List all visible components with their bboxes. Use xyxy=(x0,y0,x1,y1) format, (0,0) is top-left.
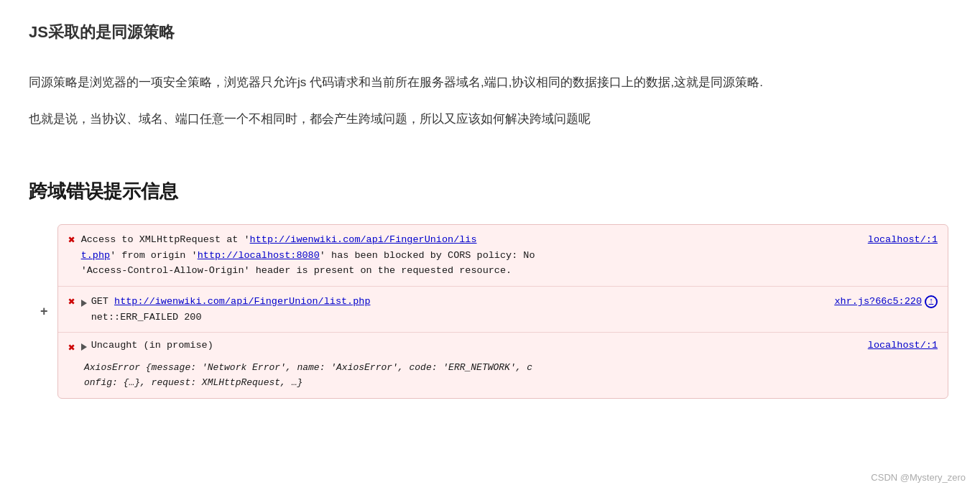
paragraph-2: 也就是说，当协议、域名、端口任意一个不相同时，都会产生跨域问题，所以又应该如何解… xyxy=(29,108,948,131)
error-link-1[interactable]: http://iwenwiki.com/api/FingerUnion/lis xyxy=(250,234,477,245)
paragraph-1: 同源策略是浏览器的一项安全策略，浏览器只允许js 代码请求和当前所在服务器域名,… xyxy=(29,72,948,94)
error-link-2[interactable]: http://iwenwiki.com/api/FingerUnion/list… xyxy=(114,294,370,310)
triangle-icon-2 xyxy=(81,300,87,307)
error-icon-3: ✖ xyxy=(68,341,75,355)
error-right-text-1: localhost/:1 xyxy=(868,232,938,248)
error-row-2: ✖ GET http://iwenwiki.com/api/FingerUnio… xyxy=(58,287,948,333)
error-line-2a: GET http://iwenwiki.com/api/FingerUnion/… xyxy=(81,294,938,310)
error-row-1: ✖ Access to XMLHttpRequest at 'http://iw… xyxy=(58,225,948,287)
error-line-1a: Access to XMLHttpRequest at 'http://iwen… xyxy=(81,232,938,248)
error-text-1: Access to XMLHttpRequest at 'http://iwen… xyxy=(81,232,938,279)
error-right-3[interactable]: localhost/:1 xyxy=(868,340,938,351)
refresh-icon: ↑ xyxy=(925,295,938,308)
error-right-2: xhr.js?66c5:220 ↑ xyxy=(834,294,938,310)
axios-error-line1: AxiosError {message: 'Network Error', na… xyxy=(84,361,532,376)
axios-error-line2: onfig: {…}, request: XMLHttpRequest, …} xyxy=(84,376,532,391)
error-row-3-main: ✖ Uncaught (in promise) localhost/:1 xyxy=(68,340,938,355)
error-line-2b: net::ERR_FAILED 200 xyxy=(81,310,938,325)
error-link-1b[interactable]: t.php xyxy=(81,250,111,261)
error-text-2: GET http://iwenwiki.com/api/FingerUnion/… xyxy=(81,294,938,325)
error-text-3b: AxiosError {message: 'Network Error', na… xyxy=(68,361,532,391)
triangle-icon-3 xyxy=(81,343,87,351)
section-heading: 跨域错误提示信息 xyxy=(29,179,948,210)
intro-title: JS采取的是同源策略 xyxy=(29,22,948,43)
error-icon-1: ✖ xyxy=(68,233,75,247)
uncaught-label: Uncaught (in promise) xyxy=(91,340,213,351)
get-label: GET xyxy=(91,294,114,310)
error-line-1c: 'Access-Control-Allow-Origin' header is … xyxy=(81,263,938,279)
error-icon-2: ✖ xyxy=(68,295,75,309)
main-content: JS采取的是同源策略 同源策略是浏览器的一项安全策略，浏览器只允许js 代码请求… xyxy=(29,22,948,399)
error-console: ✖ Access to XMLHttpRequest at 'http://iw… xyxy=(57,224,948,399)
error-link-1c[interactable]: http://localhost:8080 xyxy=(198,250,320,261)
error-console-wrapper: + ✖ Access to XMLHttpRequest at 'http://… xyxy=(57,224,948,399)
plus-indicator: + xyxy=(40,304,48,319)
error-line-1b: t.php' from origin 'http://localhost:808… xyxy=(81,248,938,264)
watermark: CSDN @Mystery_zero xyxy=(871,472,966,483)
error-text-3a: Uncaught (in promise) localhost/:1 xyxy=(81,340,938,351)
xhr-link[interactable]: xhr.js?66c5:220 xyxy=(834,294,922,310)
error-row-3: ✖ Uncaught (in promise) localhost/:1 Axi… xyxy=(58,333,948,398)
